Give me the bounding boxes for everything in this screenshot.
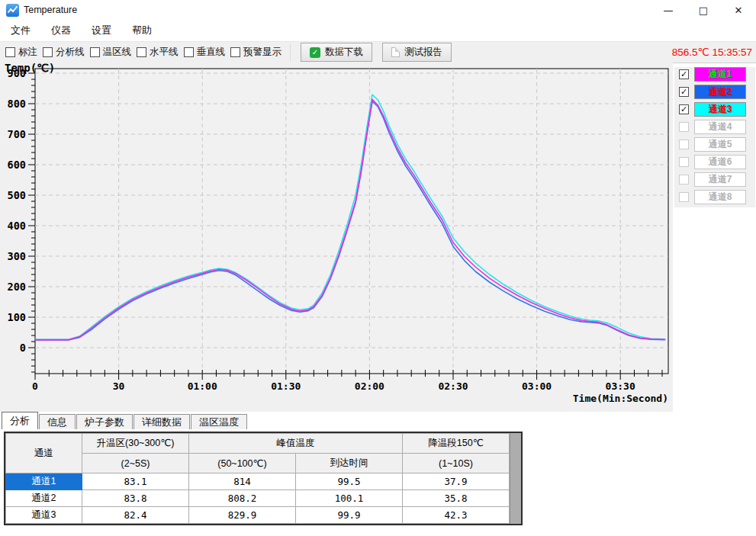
report-doc-icon (391, 47, 400, 57)
toolbar-checkbox-label: 预警显示 (243, 46, 281, 59)
channel-2-button[interactable]: 通道2 (694, 85, 746, 99)
svg-text:03:00: 03:00 (522, 380, 552, 392)
toolbar-checkbox-label: 分析线 (56, 46, 85, 59)
tab-2[interactable]: 信息 (39, 414, 76, 429)
channel-8-toggle[interactable] (679, 192, 689, 202)
channel-6-toggle[interactable] (679, 157, 689, 167)
channel-row-2: 通道2 (674, 85, 755, 99)
channel-7-toggle[interactable] (679, 175, 689, 185)
toolbar-checkbox-5[interactable]: 垂直线 (184, 46, 226, 59)
channel-3-toggle[interactable] (679, 104, 689, 114)
channel-7-button[interactable]: 通道7 (694, 172, 746, 187)
col-header-channel: 通道 (6, 434, 82, 473)
table-cell: 99.5 (296, 473, 403, 490)
svg-text:200: 200 (8, 281, 26, 293)
toolbar-checkbox-1[interactable]: 标注 (5, 46, 37, 59)
channel-row-3: 通道3 (674, 102, 755, 117)
download-check-icon: ✓ (310, 47, 320, 58)
toolbar-checkbox-label: 水平线 (150, 46, 179, 59)
svg-text:300: 300 (8, 250, 26, 262)
svg-text:800: 800 (8, 98, 26, 110)
toolbar-checkbox-2[interactable]: 分析线 (43, 46, 85, 59)
tab-5[interactable]: 温区温度 (191, 414, 247, 429)
table-cell: 808.2 (189, 490, 296, 507)
tab-strip: 分析信息炉子参数详细数据温区温度 (0, 412, 756, 429)
channel-5-button[interactable]: 通道5 (694, 137, 746, 152)
checkbox-icon[interactable] (43, 47, 53, 57)
channel-row-5: 通道5 (674, 137, 755, 152)
status-time: 15:35:57 (712, 47, 752, 58)
checkbox-icon[interactable] (90, 47, 100, 57)
menu-item-1[interactable]: 文件 (1, 21, 40, 40)
channel-1-toggle[interactable] (679, 69, 689, 79)
checkbox-icon[interactable] (137, 47, 146, 57)
close-button[interactable]: ✕ (721, 0, 756, 20)
toolbar-button-2[interactable]: 测试报告 (382, 43, 452, 62)
minimize-button[interactable]: — (651, 0, 686, 20)
toolbar-checkbox-4[interactable]: 水平线 (137, 46, 179, 59)
bottom-panel: 分析信息炉子参数详细数据温区温度 通道 升温区(30~300℃) 峰值温度 降温… (0, 412, 756, 536)
checkbox-icon[interactable] (230, 47, 240, 57)
toolbar-separator (290, 44, 291, 61)
status-temperature: 856.5℃ (672, 47, 709, 58)
row-channel-label[interactable]: 通道2 (6, 490, 82, 507)
table-cell: 814 (189, 473, 296, 490)
channel-3-button[interactable]: 通道3 (694, 102, 746, 117)
tab-1[interactable]: 分析 (2, 412, 38, 429)
tab-3[interactable]: 炉子参数 (76, 414, 133, 429)
col-header-peak: 峰值温度 (189, 434, 403, 454)
toolbar-button-label: 数据下载 (325, 46, 363, 59)
channel-row-4: 通道4 (674, 120, 755, 134)
svg-text:01:00: 01:00 (188, 380, 217, 392)
channel-row-6: 通道6 (674, 155, 755, 169)
channel-2-toggle[interactable] (679, 87, 689, 97)
menu-item-2[interactable]: 仪器 (41, 21, 81, 40)
table-cell: 829.9 (189, 507, 296, 524)
col-header-fall-sub: (1~10S) (403, 454, 510, 473)
channel-row-8: 通道8 (674, 190, 755, 204)
col-header-rise-sub: (2~5S) (82, 454, 189, 473)
maximize-button[interactable]: □ (686, 0, 721, 20)
col-header-peak-sub1: (50~100℃) (189, 454, 296, 473)
menu-bar: 文件仪器设置帮助 (0, 20, 756, 41)
toolbar-button-1[interactable]: ✓数据下载 (301, 43, 372, 62)
table-cell: 82.4 (82, 507, 189, 524)
toolbar-checkbox-label: 温区线 (103, 46, 132, 59)
row-channel-label[interactable]: 通道1 (6, 473, 82, 490)
toolbar-checkbox-3[interactable]: 温区线 (90, 46, 132, 59)
table-row: 通道382.4829.999.942.3 (6, 507, 510, 524)
channel-8-button[interactable]: 通道8 (694, 190, 746, 204)
temperature-chart: 010020030040050060070080090003001:0001:3… (0, 63, 673, 412)
menu-item-4[interactable]: 帮助 (122, 21, 162, 40)
col-header-rise: 升温区(30~300℃) (82, 434, 189, 454)
toolbar-checkbox-6[interactable]: 预警显示 (230, 46, 281, 59)
table-cell: 42.3 (403, 507, 510, 524)
table-cell: 83.8 (82, 490, 189, 507)
toolbar-checkbox-label: 标注 (18, 46, 37, 59)
channel-4-toggle[interactable] (679, 122, 689, 132)
table-scrollbar[interactable] (510, 433, 521, 524)
channel-4-button[interactable]: 通道4 (694, 120, 746, 134)
col-header-peak-sub2: 到达时间 (296, 454, 403, 473)
toolbar-checkbox-label: 垂直线 (197, 46, 226, 59)
checkbox-icon[interactable] (184, 47, 194, 57)
live-temperature-readout: 856.5℃ 15:35:57 (672, 46, 752, 58)
svg-text:100: 100 (8, 311, 26, 323)
menu-item-3[interactable]: 设置 (82, 21, 121, 40)
channel-6-button[interactable]: 通道6 (694, 155, 746, 169)
table-cell: 37.9 (403, 473, 510, 490)
channel-legend: 通道1通道2通道3通道4通道5通道6通道7通道8 (674, 67, 755, 207)
channel-1-button[interactable]: 通道1 (694, 67, 746, 82)
table-row: 通道283.8808.2100.135.8 (6, 490, 510, 507)
row-channel-label[interactable]: 通道3 (6, 507, 82, 524)
table-cell: 83.1 (82, 473, 189, 490)
channel-5-toggle[interactable] (679, 140, 689, 149)
svg-text:Temp(℃): Temp(℃) (5, 63, 55, 74)
svg-text:700: 700 (8, 128, 26, 140)
svg-text:01:30: 01:30 (271, 380, 301, 392)
tab-4[interactable]: 详细数据 (134, 414, 190, 429)
checkbox-icon[interactable] (5, 47, 15, 57)
svg-text:03:30: 03:30 (606, 380, 635, 392)
table-cell: 35.8 (403, 490, 510, 507)
toolbar: 856.5℃ 15:35:57 标注分析线温区线水平线垂直线预警显示✓数据下载测… (0, 41, 756, 63)
